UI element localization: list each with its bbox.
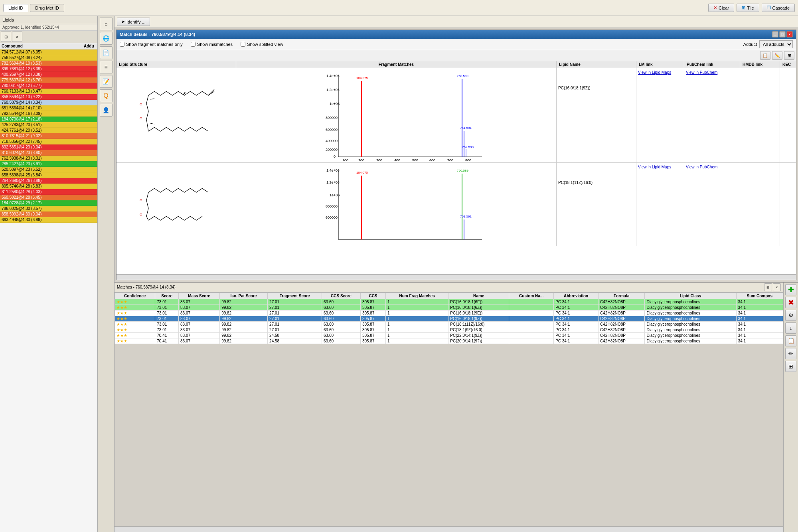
toolbar-search[interactable]: Q bbox=[100, 89, 113, 102]
compound-item-17[interactable]: 832.5851@4.23 (9.04) bbox=[0, 144, 97, 150]
toolbar-person[interactable]: 👤 bbox=[100, 104, 113, 117]
compound-item-29[interactable]: 858.5992@4.30 (9.04) bbox=[0, 212, 97, 217]
compound-item-26[interactable]: 560.5021@4.28 (6.45) bbox=[0, 195, 97, 200]
cell-0-4: 63.60 bbox=[322, 299, 361, 305]
match-data-row-1[interactable]: ★★★73.0183.0799.8227.0163.60305.871PC(16… bbox=[115, 305, 783, 310]
compound-item-19[interactable]: 762.5938@4.23 (8.31) bbox=[0, 156, 97, 161]
br-copy-btn[interactable]: 📋 bbox=[785, 335, 796, 346]
toolbar-home[interactable]: ⌂ bbox=[100, 18, 113, 30]
pubchem-link-1[interactable]: View in PubChem bbox=[686, 70, 717, 75]
toolbar-doc[interactable]: 📄 bbox=[100, 46, 113, 59]
action-btn-1[interactable]: 📋 bbox=[760, 51, 770, 60]
match-data-row-7[interactable]: ★★★70.4183.0799.8224.5863.60305.871PC(20… bbox=[115, 338, 783, 344]
cell-3-0: 73.01 bbox=[155, 316, 179, 321]
br-settings-btn[interactable]: ⚙ bbox=[785, 310, 796, 321]
adduct-select[interactable]: All adducts bbox=[759, 40, 793, 48]
br-remove-btn[interactable]: ✖ bbox=[785, 297, 796, 308]
lm-link-1[interactable]: View in Lipid Maps bbox=[638, 70, 671, 75]
svg-text:200000: 200000 bbox=[326, 148, 338, 152]
splitted-view-checkbox-label[interactable]: Show splitted view bbox=[241, 42, 283, 47]
svg-line-38 bbox=[146, 208, 148, 216]
cell-7-8 bbox=[509, 338, 554, 344]
compound-item-27[interactable]: 184.0728@4.29 (2.17) bbox=[0, 200, 97, 206]
compound-item-21[interactable]: 520.5097@4.23 (6.52) bbox=[0, 167, 97, 172]
cascade-button[interactable]: ❐ Cascade bbox=[762, 4, 795, 12]
cell-7-1: 83.07 bbox=[179, 338, 220, 344]
svg-text:1.4e+06: 1.4e+06 bbox=[326, 168, 340, 172]
maximize-btn[interactable]: □ bbox=[779, 31, 786, 38]
match-data-row-6[interactable]: ★★★70.4183.0799.8224.5863.60305.871PC(22… bbox=[115, 332, 783, 338]
tab-drug-met-id[interactable]: Drug Met ID bbox=[30, 4, 64, 12]
match-rows-container[interactable]: O O 1.4e+06 1.2e+06 1e+06 8 bbox=[117, 68, 796, 274]
match-data-row-4[interactable]: ★★★73.0183.0799.8227.0163.60305.871PC(18… bbox=[115, 321, 783, 327]
compound-item-28[interactable]: 786.6025@4.30 (8.57) bbox=[0, 206, 97, 212]
compound-item-16[interactable]: 718.5356@4.22 (7.45) bbox=[0, 139, 97, 144]
compound-item-15[interactable]: 810.7315@4.21 (9.02) bbox=[0, 133, 97, 139]
br-arrow-btn[interactable]: ↓ bbox=[785, 322, 796, 334]
tab-lipid-id[interactable]: Lipid ID bbox=[3, 4, 28, 12]
compound-item-4[interactable]: 400.2697@4.12 (3.38) bbox=[0, 72, 97, 77]
fragment-matches-checkbox[interactable] bbox=[120, 42, 124, 47]
compound-item-30[interactable]: 663.4948@4.30 (6.89) bbox=[0, 217, 97, 223]
compound-item-8[interactable]: 858.5594@4.13 (9.22) bbox=[0, 94, 97, 100]
compound-item-7[interactable]: 760.7133@4.13 (8.47) bbox=[0, 89, 97, 94]
compound-item-14[interactable]: 424.7761@4.20 (3.51) bbox=[0, 128, 97, 133]
cell-2-7: PC(16:0/18:1(9E)) bbox=[448, 310, 509, 316]
cell-3-1: 83.07 bbox=[179, 316, 220, 321]
toolbar-notes[interactable]: 📝 bbox=[100, 75, 113, 88]
stars-3: ★★★ bbox=[117, 316, 127, 321]
bottom-header: Matches - 760.5879@4.14 (8.34) ⊞ × bbox=[115, 283, 783, 293]
bottom-icon-1[interactable]: ⊞ bbox=[764, 283, 772, 291]
compound-item-18[interactable]: 810.6024@4.23 (8.80) bbox=[0, 150, 97, 156]
compound-item-23[interactable]: 264.2690@4.26 (3.88) bbox=[0, 178, 97, 184]
match-data-row-0[interactable]: ★★★73.0183.0799.8227.0163.60305.871PC(16… bbox=[115, 299, 783, 305]
identify-button[interactable]: ➤ Identify ... bbox=[117, 18, 150, 26]
splitted-view-checkbox[interactable] bbox=[241, 42, 245, 47]
action-btn-2[interactable]: ✏️ bbox=[772, 51, 782, 60]
compound-item-10[interactable]: 651.5364@4.14 (7.10) bbox=[0, 105, 97, 111]
clear-button[interactable]: ✕ Clear bbox=[708, 4, 734, 12]
compound-item-9[interactable]: 760.5879@4.14 (8.34) bbox=[0, 100, 97, 105]
compound-item-0[interactable]: 734.5712@4.07 (8.05) bbox=[0, 49, 97, 55]
compound-item-3[interactable]: 399.7681@4.12 (3.39) bbox=[0, 66, 97, 72]
compound-item-5[interactable]: 779.5607@4.12 (5.76) bbox=[0, 77, 97, 83]
match-data-row-5[interactable]: ★★★73.0183.0799.8227.0163.60305.871PC(18… bbox=[115, 327, 783, 332]
br-edit-btn[interactable]: ✏ bbox=[785, 348, 796, 359]
br-table-btn[interactable]: ⊞ bbox=[785, 361, 796, 372]
match-data-row-3[interactable]: ★★★73.0183.0799.8227.0163.60305.871PC(16… bbox=[115, 316, 783, 321]
tile-button[interactable]: ⊞ Tile bbox=[737, 4, 759, 12]
th-sum-compos: Sum Compos bbox=[736, 293, 783, 299]
matches-table[interactable]: Confidence Score Mass Score Iso. Pat.Sco… bbox=[115, 293, 783, 527]
bottom-icon-2[interactable]: × bbox=[773, 283, 781, 291]
icon-btn-2[interactable]: × bbox=[12, 32, 22, 42]
br-add-btn[interactable]: ✚ bbox=[785, 284, 796, 295]
fragment-matches-checkbox-label[interactable]: Show fragment matches only bbox=[120, 42, 183, 47]
minimize-btn[interactable]: _ bbox=[772, 31, 778, 38]
cell-5-0: 73.01 bbox=[155, 327, 179, 332]
mismatches-checkbox-label[interactable]: Show mismatches bbox=[191, 42, 233, 47]
lm-link-2[interactable]: View in Lipid Maps bbox=[638, 165, 671, 169]
bottom-scrollbar-h[interactable] bbox=[115, 526, 783, 532]
action-btn-3[interactable]: ⊞ bbox=[784, 51, 794, 60]
compound-item-1[interactable]: 756.5527@4.08 (8.24) bbox=[0, 55, 97, 61]
compound-item-11[interactable]: 792.5544@4.16 (8.09) bbox=[0, 111, 97, 117]
svg-text:700: 700 bbox=[447, 158, 453, 161]
close-btn[interactable]: × bbox=[786, 31, 793, 38]
compound-item-20[interactable]: 285.2427@4.23 (3.91) bbox=[0, 161, 97, 167]
compound-item-25[interactable]: 311.2580@4.28 (4.03) bbox=[0, 189, 97, 195]
match-data-row-2[interactable]: ★★★73.0183.0799.8227.0163.60305.871PC(16… bbox=[115, 310, 783, 316]
compound-item-6[interactable]: 780.0617@4.12 (5.77) bbox=[0, 83, 97, 89]
compound-item-13[interactable]: 425.2783@4.20 (3.51) bbox=[0, 122, 97, 128]
compound-item-24[interactable]: 805.5746@4.28 (5.83) bbox=[0, 184, 97, 189]
compound-item-22[interactable]: 658.5398@4.25 (6.84) bbox=[0, 172, 97, 178]
pubchem-link-2[interactable]: View in PubChem bbox=[686, 165, 717, 169]
svg-text:600000: 600000 bbox=[326, 128, 338, 132]
compound-item-12[interactable]: 184.0730@4.17 (2.18) bbox=[0, 117, 97, 122]
structure-cell-1: O O bbox=[117, 68, 236, 162]
toolbar-list[interactable]: ≡ bbox=[100, 61, 113, 73]
icon-btn-1[interactable]: ⊞ bbox=[1, 32, 11, 42]
compound-item-2[interactable]: 782.5694@4.10 (8.53) bbox=[0, 61, 97, 66]
toolbar-globe[interactable]: 🌐 bbox=[100, 32, 113, 45]
mismatches-checkbox[interactable] bbox=[191, 42, 196, 47]
match-scrollbar-h[interactable] bbox=[117, 274, 796, 280]
